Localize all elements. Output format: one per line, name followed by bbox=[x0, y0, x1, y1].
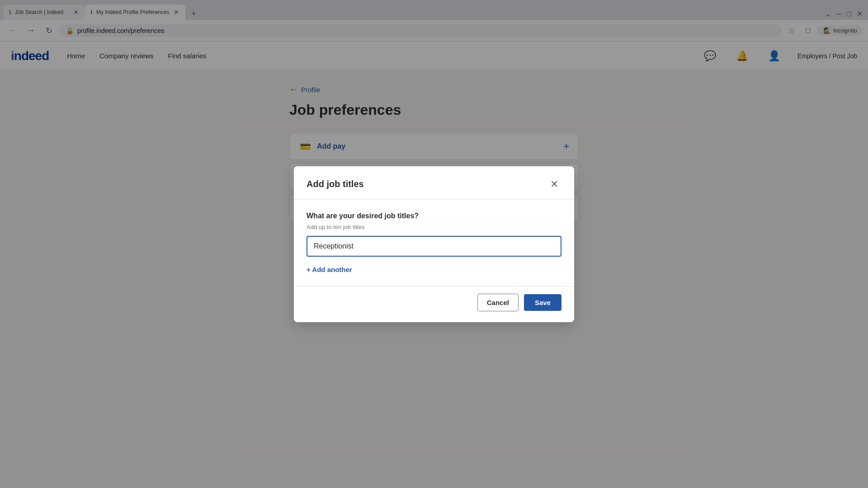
save-button[interactable]: Save bbox=[524, 294, 561, 311]
cancel-button[interactable]: Cancel bbox=[477, 294, 519, 311]
add-job-titles-modal: Add job titles ✕ What are your desired j… bbox=[294, 166, 574, 322]
modal-title: Add job titles bbox=[307, 179, 364, 189]
modal-header: Add job titles ✕ bbox=[294, 166, 574, 199]
modal-footer: Cancel Save bbox=[294, 286, 574, 322]
modal-question: What are your desired job titles? bbox=[307, 212, 561, 220]
add-another-label: + Add another bbox=[307, 266, 352, 273]
modal-overlay[interactable]: Add job titles ✕ What are your desired j… bbox=[0, 0, 868, 488]
modal-close-button[interactable]: ✕ bbox=[547, 177, 561, 192]
modal-hint: Add up to ten job titles bbox=[307, 224, 561, 230]
add-another-button[interactable]: + Add another bbox=[307, 264, 352, 275]
job-title-input[interactable] bbox=[307, 236, 561, 257]
modal-body: What are your desired job titles? Add up… bbox=[294, 199, 574, 286]
